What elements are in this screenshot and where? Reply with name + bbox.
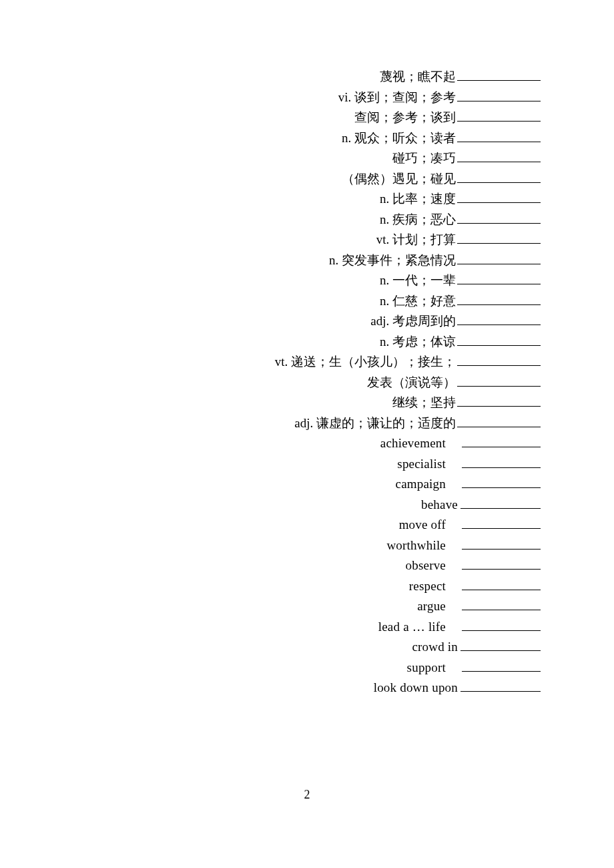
blank-line — [457, 292, 541, 305]
vocab-row: support — [73, 658, 541, 678]
blank-line — [457, 108, 541, 122]
blank-line — [457, 67, 541, 81]
blank-line — [457, 149, 541, 162]
vocab-label: look down upon — [374, 678, 458, 698]
vocab-row: specialist — [73, 454, 541, 475]
vocab-row: n. 突发事件；紧急情况 — [73, 250, 541, 271]
vocab-row: 碰巧；凑巧 — [73, 148, 541, 169]
blank-line — [462, 618, 541, 631]
vocab-label: move off — [399, 515, 446, 535]
blank-line — [457, 251, 541, 264]
vocab-label: adj. 考虑周到的 — [370, 311, 456, 332]
page-content: 蔑视；瞧不起 vi. 谈到；查阅；参考 查阅；参考；谈到 n. 观众；听众；读者… — [0, 0, 614, 698]
vocab-row: argue — [73, 596, 541, 617]
blank-line — [462, 536, 541, 550]
blank-line — [460, 678, 541, 692]
blank-line — [462, 455, 541, 468]
vocab-label: campaign — [396, 474, 446, 495]
blank-line — [457, 333, 541, 346]
blank-line — [460, 638, 541, 651]
blank-line — [462, 475, 541, 488]
vocab-label: worthwhile — [386, 535, 446, 556]
vocab-row: n. 仁慈；好意 — [73, 291, 541, 312]
blank-line — [460, 495, 541, 509]
vocab-row: vi. 谈到；查阅；参考 — [73, 87, 541, 108]
vocab-row: move off — [73, 515, 541, 535]
vocab-label: 碰巧；凑巧 — [392, 148, 456, 169]
vocab-row: 查阅；参考；谈到 — [73, 107, 541, 128]
vocab-label: n. 一代；一辈 — [380, 270, 456, 291]
blank-line — [457, 373, 541, 387]
blank-line — [457, 190, 541, 203]
vocab-row: respect — [73, 576, 541, 597]
vocab-row: vt. 递送；生（小孩儿）；接生； — [73, 352, 541, 373]
blank-line — [457, 312, 541, 325]
blank-line — [457, 210, 541, 224]
blank-line — [457, 414, 541, 427]
vocab-label: n. 仁慈；好意 — [380, 291, 456, 312]
vocab-row: n. 考虑；体谅 — [73, 332, 541, 353]
blank-line — [462, 515, 541, 529]
blank-line — [462, 577, 541, 590]
vocab-row: n. 观众；听众；读者 — [73, 128, 541, 149]
blank-line — [462, 597, 541, 610]
vocab-row: adj. 谦虚的；谦让的；适度的 — [73, 413, 541, 434]
vocab-row: n. 比率；速度 — [73, 189, 541, 210]
blank-line — [457, 129, 541, 142]
vocab-label: behave — [421, 495, 458, 515]
vocab-label: respect — [409, 576, 446, 597]
vocab-label: vi. 谈到；查阅；参考 — [338, 87, 456, 108]
vocab-row: look down upon — [73, 678, 541, 698]
vocab-row: 发表（演说等） — [73, 373, 541, 393]
vocab-row: 蔑视；瞧不起 — [73, 67, 541, 87]
blank-line — [457, 271, 541, 284]
vocab-row: lead a … life — [73, 617, 541, 638]
vocab-label: n. 疾病；恶心 — [380, 210, 456, 230]
vocab-row: n. 一代；一辈 — [73, 270, 541, 291]
vocab-row: （偶然）遇见；碰见 — [73, 169, 541, 190]
blank-line — [462, 556, 541, 570]
vocab-label: crowd in — [412, 637, 458, 658]
vocab-label: vt. 计划；打算 — [376, 230, 456, 250]
vocab-label: adj. 谦虚的；谦让的；适度的 — [294, 413, 456, 434]
vocab-row: crowd in — [73, 637, 541, 658]
blank-line — [462, 434, 541, 447]
vocab-label: 蔑视；瞧不起 — [380, 67, 456, 87]
vocab-row: n. 疾病；恶心 — [73, 210, 541, 230]
vocab-label: 继续；坚持 — [392, 393, 456, 413]
blank-line — [457, 393, 541, 407]
vocab-row: vt. 计划；打算 — [73, 230, 541, 250]
vocab-label: n. 考虑；体谅 — [380, 332, 456, 353]
vocab-label: lead a … life — [378, 617, 446, 638]
page-number: 2 — [0, 788, 614, 802]
vocab-row: 继续；坚持 — [73, 393, 541, 413]
vocab-label: support — [407, 658, 446, 678]
vocab-label: argue — [417, 596, 446, 617]
vocab-label: specialist — [397, 454, 446, 475]
blank-line — [457, 353, 541, 366]
vocab-row: observe — [73, 556, 541, 576]
vocab-label: 查阅；参考；谈到 — [354, 107, 456, 128]
vocab-label: 发表（演说等） — [367, 373, 456, 393]
vocab-row: achievement — [73, 433, 541, 454]
vocab-label: n. 观众；听众；读者 — [342, 128, 456, 149]
blank-line — [457, 88, 541, 101]
vocab-row: worthwhile — [73, 535, 541, 556]
vocab-label: vt. 递送；生（小孩儿）；接生； — [275, 352, 456, 373]
vocab-label: n. 比率；速度 — [380, 189, 456, 210]
vocab-label: （偶然）遇见；碰见 — [342, 169, 456, 190]
vocab-label: observe — [406, 556, 446, 576]
blank-line — [457, 170, 541, 183]
vocab-row: adj. 考虑周到的 — [73, 311, 541, 332]
vocab-row: campaign — [73, 474, 541, 495]
blank-line — [457, 230, 541, 244]
vocab-label: n. 突发事件；紧急情况 — [329, 250, 456, 271]
blank-line — [462, 658, 541, 672]
vocab-row: behave — [73, 495, 541, 515]
vocab-label: achievement — [380, 433, 446, 454]
